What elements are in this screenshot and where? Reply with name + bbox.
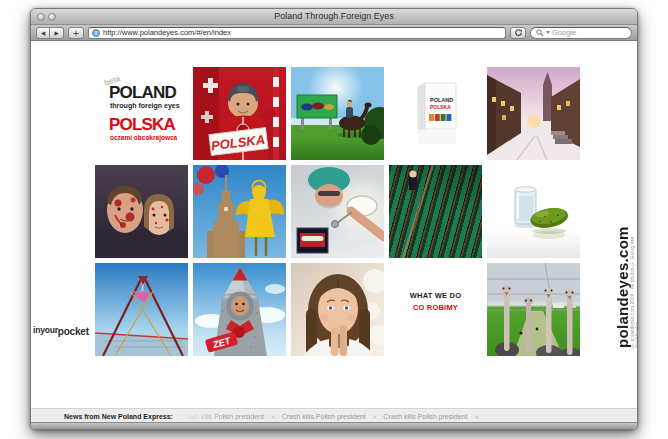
tile-sejm-seats[interactable] bbox=[389, 165, 482, 258]
tile-snowy-street[interactable] bbox=[487, 67, 580, 160]
search-field[interactable]: Google bbox=[530, 27, 632, 39]
search-placeholder: Google bbox=[552, 28, 576, 37]
brand-title-pl: POLSKA bbox=[109, 115, 175, 135]
tile-book[interactable]: POLAND POLSKA bbox=[389, 67, 482, 160]
reload-icon bbox=[514, 28, 523, 37]
inyourpocket-logo-part1: inyour bbox=[33, 325, 58, 335]
tile-boy-polska[interactable]: POLSKA bbox=[193, 67, 286, 160]
ticker-item[interactable]: Crash kills Polish president bbox=[383, 413, 467, 420]
street-photo bbox=[487, 67, 580, 160]
tile-couple-faces[interactable] bbox=[95, 165, 188, 258]
tile-horse-park[interactable] bbox=[291, 67, 384, 160]
brand-title-en: POLAND bbox=[109, 83, 176, 103]
url-text: http://www.polandeyes.com/#/en/index bbox=[103, 28, 231, 37]
tile-knight-zet[interactable]: ZET bbox=[193, 263, 286, 356]
ticker-item[interactable]: Crash kills Polish president bbox=[282, 413, 366, 420]
address-bar[interactable]: http://www.polandeyes.com/#/en/index bbox=[88, 27, 506, 39]
book-photo: POLAND POLSKA bbox=[389, 67, 482, 160]
copyright-credit-vertical: © polandeyes.com 2009 · All photos © Geo… bbox=[630, 229, 637, 348]
what-we-do-en: WHAT WE DO bbox=[410, 291, 461, 300]
brand-subtitle-en: through foreign eyes bbox=[110, 102, 180, 109]
tile-angel-palace[interactable] bbox=[193, 165, 286, 258]
girl-photo bbox=[291, 263, 384, 356]
tile-ostriches[interactable] bbox=[487, 263, 580, 356]
sejm-photo bbox=[389, 165, 482, 258]
inyourpocket-logo-part2: pocket bbox=[58, 326, 89, 337]
ticker-separator-icon: « bbox=[271, 413, 275, 420]
boy-polska-photo: POLSKA bbox=[193, 67, 286, 160]
ticker-item[interactable]: Crash kills Polish president bbox=[180, 413, 264, 420]
bungee-photo bbox=[95, 263, 188, 356]
reload-button[interactable] bbox=[510, 27, 526, 39]
tile-praying-girl[interactable] bbox=[291, 263, 384, 356]
back-button[interactable]: ◀ bbox=[36, 27, 50, 39]
what-we-do-pl: CO ROBIMY bbox=[413, 303, 458, 312]
window-minimize-button[interactable] bbox=[48, 13, 56, 21]
tile-what-we-do[interactable]: WHAT WE DO CO ROBIMY bbox=[389, 263, 482, 356]
window-bottom-bar bbox=[31, 422, 637, 429]
browser-window: Poland Through Foreign Eyes ◀ ▶ + http:/… bbox=[30, 8, 638, 430]
window-title: Poland Through Foreign Eyes bbox=[31, 9, 637, 24]
tile-bungee-ride[interactable] bbox=[95, 263, 188, 356]
horse-photo bbox=[291, 67, 384, 160]
forward-button[interactable]: ▶ bbox=[50, 27, 64, 39]
knight-photo: ZET bbox=[193, 263, 286, 356]
page-content: beta POLAND through foreign eyes POLSKA … bbox=[31, 42, 637, 408]
tile-dentist[interactable] bbox=[291, 165, 384, 258]
book-cover-title: POLAND bbox=[430, 97, 453, 103]
search-icon bbox=[536, 29, 544, 37]
tile-pickle-glass[interactable] bbox=[487, 165, 580, 258]
search-options-caret bbox=[546, 31, 550, 34]
ticker-separator-icon: « bbox=[373, 413, 377, 420]
title-bar[interactable]: Poland Through Foreign Eyes bbox=[31, 9, 637, 25]
window-close-button[interactable] bbox=[37, 13, 45, 21]
inyourpocket-logo[interactable]: inyourpocket bbox=[33, 319, 89, 337]
brand-subtitle-pl: oczami obcokrajowca bbox=[110, 134, 177, 141]
tile-brand: beta POLAND through foreign eyes POLSKA … bbox=[95, 67, 188, 160]
nav-buttons: ◀ ▶ bbox=[36, 27, 64, 39]
ticker-label: News from New Poland Express: bbox=[64, 413, 173, 420]
angel-photo bbox=[193, 165, 286, 258]
couple-photo bbox=[95, 165, 188, 258]
ostrich-photo bbox=[487, 263, 580, 356]
photo-grid: beta POLAND through foreign eyes POLSKA … bbox=[95, 67, 580, 356]
dentist-photo bbox=[291, 165, 384, 258]
browser-toolbar: ◀ ▶ + http://www.polandeyes.com/#/en/ind… bbox=[31, 25, 637, 41]
news-ticker: News from New Poland Express: Crash kill… bbox=[31, 408, 637, 423]
book-cover-subtitle: POLSKA bbox=[430, 104, 451, 110]
ticker-separator-icon: « bbox=[474, 413, 478, 420]
pickle-photo bbox=[487, 165, 580, 258]
add-bookmark-button[interactable]: + bbox=[68, 27, 84, 39]
globe-icon bbox=[92, 29, 100, 37]
